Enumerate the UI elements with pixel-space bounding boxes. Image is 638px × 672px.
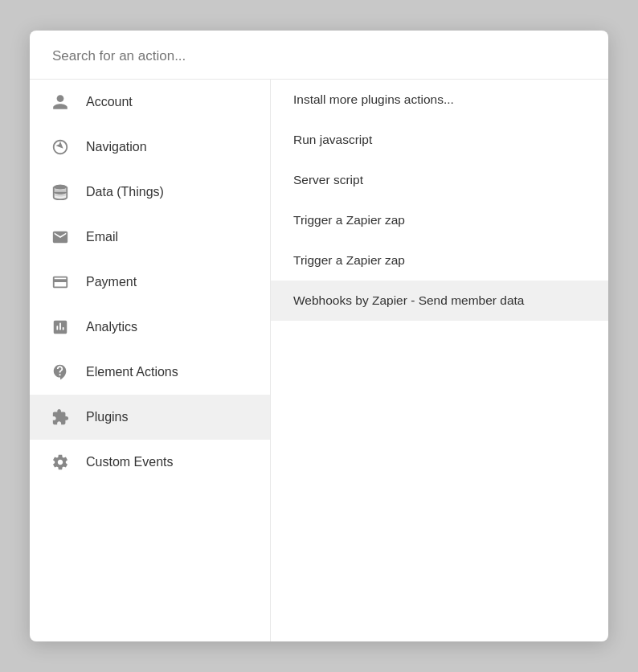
- nav-label-email: Email: [86, 230, 118, 244]
- search-bar: [30, 31, 608, 80]
- right-panel: Install more plugins actions...Run javas…: [271, 80, 608, 641]
- data-icon: [49, 181, 72, 203]
- nav-label-element-actions: Element Actions: [86, 365, 178, 379]
- action-item-server-script[interactable]: Server script: [271, 160, 608, 200]
- nav-item-data[interactable]: Data (Things): [30, 170, 270, 215]
- modal: AccountNavigationData (Things)EmailPayme…: [30, 31, 608, 641]
- nav-item-custom-events[interactable]: Custom Events: [30, 440, 270, 485]
- nav-item-email[interactable]: Email: [30, 215, 270, 260]
- content-area: AccountNavigationData (Things)EmailPayme…: [30, 80, 608, 641]
- nav-item-payment[interactable]: Payment: [30, 260, 270, 305]
- email-icon: [49, 226, 72, 248]
- account-icon: [49, 91, 72, 113]
- nav-item-analytics[interactable]: Analytics: [30, 305, 270, 350]
- nav-label-data: Data (Things): [86, 185, 164, 199]
- search-input[interactable]: [52, 48, 586, 64]
- plugins-icon: [49, 406, 72, 428]
- action-item-trigger-zapier-2[interactable]: Trigger a Zapier zap: [271, 240, 608, 281]
- navigation-icon: [49, 136, 72, 158]
- nav-label-plugins: Plugins: [86, 410, 128, 424]
- nav-item-plugins[interactable]: Plugins: [30, 395, 270, 440]
- nav-label-account: Account: [86, 95, 133, 109]
- action-item-webhooks-zapier[interactable]: Webhooks by Zapier - Send member data: [271, 281, 608, 321]
- nav-item-account[interactable]: Account: [30, 80, 270, 125]
- action-item-run-javascript[interactable]: Run javascript: [271, 120, 608, 160]
- nav-item-navigation[interactable]: Navigation: [30, 125, 270, 170]
- nav-label-payment: Payment: [86, 275, 137, 289]
- nav-label-custom-events: Custom Events: [86, 455, 173, 469]
- nav-label-analytics: Analytics: [86, 320, 137, 334]
- analytics-icon: [49, 316, 72, 338]
- action-item-trigger-zapier-1[interactable]: Trigger a Zapier zap: [271, 200, 608, 240]
- left-panel: AccountNavigationData (Things)EmailPayme…: [30, 80, 271, 641]
- custom-events-icon: [49, 451, 72, 473]
- action-item-install-plugins[interactable]: Install more plugins actions...: [271, 80, 608, 120]
- element-actions-icon: [49, 361, 72, 383]
- nav-label-navigation: Navigation: [86, 140, 147, 154]
- nav-item-element-actions[interactable]: Element Actions: [30, 350, 270, 395]
- payment-icon: [49, 271, 72, 293]
